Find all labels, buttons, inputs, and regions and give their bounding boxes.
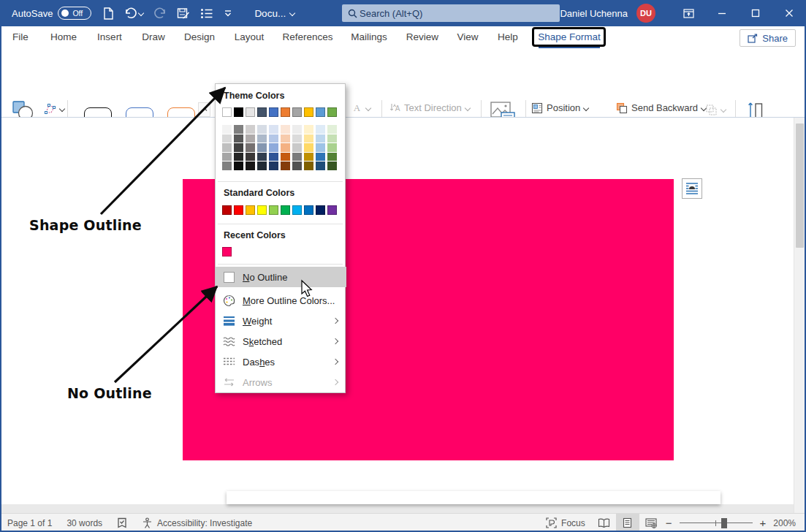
layout-options-button[interactable]: [682, 178, 702, 199]
color-swatch[interactable]: [292, 134, 302, 143]
color-swatch[interactable]: [304, 205, 313, 215]
color-swatch[interactable]: [281, 153, 290, 162]
color-swatch[interactable]: [246, 205, 255, 215]
color-swatch[interactable]: [269, 205, 278, 215]
color-swatch[interactable]: [257, 162, 267, 170]
customize-qat-button[interactable]: [224, 9, 232, 18]
avatar[interactable]: DU: [636, 4, 655, 23]
color-swatch[interactable]: [246, 143, 255, 152]
color-swatch[interactable]: [281, 205, 290, 215]
color-swatch[interactable]: [281, 162, 290, 170]
color-swatch[interactable]: [234, 205, 243, 215]
color-swatch[interactable]: [234, 153, 243, 162]
color-swatch[interactable]: [222, 125, 232, 134]
color-swatch[interactable]: [304, 125, 313, 134]
minimize-button[interactable]: [705, 0, 739, 26]
color-swatch[interactable]: [234, 143, 243, 152]
color-swatch[interactable]: [292, 153, 302, 162]
zoom-out-button[interactable]: −: [663, 517, 675, 529]
color-swatch[interactable]: [257, 153, 267, 162]
color-swatch[interactable]: [246, 107, 255, 117]
tab-file[interactable]: File: [6, 26, 35, 48]
color-swatch[interactable]: [327, 107, 337, 117]
position-button[interactable]: Position: [529, 100, 590, 115]
bullet-list-button[interactable]: [200, 8, 213, 19]
proofing-status[interactable]: [110, 514, 134, 532]
color-swatch[interactable]: [316, 125, 325, 134]
color-swatch[interactable]: [257, 125, 267, 134]
zoom-level[interactable]: 200%: [769, 514, 800, 532]
tab-layout[interactable]: Layout: [228, 26, 270, 48]
color-swatch[interactable]: [234, 162, 243, 170]
color-swatch[interactable]: [292, 143, 302, 152]
zoom-slider-thumb[interactable]: [721, 518, 727, 528]
tab-help[interactable]: Help: [490, 26, 526, 48]
color-swatch[interactable]: [316, 162, 325, 170]
color-swatch[interactable]: [246, 153, 255, 162]
share-button[interactable]: Share: [740, 29, 796, 47]
color-swatch[interactable]: [281, 107, 290, 117]
color-swatch[interactable]: [316, 107, 325, 117]
color-swatch[interactable]: [269, 143, 278, 152]
color-swatch[interactable]: [327, 125, 337, 134]
color-swatch[interactable]: [292, 162, 302, 170]
tab-insert[interactable]: Insert: [91, 26, 129, 48]
color-swatch[interactable]: [234, 134, 243, 143]
accessibility-status[interactable]: Accessibility: Investigate: [134, 514, 259, 532]
tab-review[interactable]: Review: [403, 26, 441, 48]
zoom-slider[interactable]: [680, 514, 753, 532]
tab-shape-format[interactable]: Shape Format: [535, 26, 604, 48]
tab-mailings[interactable]: Mailings: [342, 26, 396, 48]
menu-item-weight[interactable]: Weight: [216, 311, 346, 331]
color-swatch[interactable]: [292, 125, 302, 134]
color-swatch[interactable]: [269, 153, 278, 162]
color-swatch[interactable]: [327, 205, 337, 215]
edit-shape-button[interactable]: [42, 101, 66, 116]
color-swatch[interactable]: [304, 162, 313, 170]
close-button[interactable]: [772, 0, 806, 26]
color-swatch[interactable]: [304, 107, 313, 117]
gallery-scroll-up-button[interactable]: [198, 102, 210, 117]
word-count[interactable]: 30 words: [59, 514, 110, 532]
color-swatch[interactable]: [222, 247, 232, 256]
color-swatch[interactable]: [269, 107, 278, 117]
color-swatch[interactable]: [316, 134, 325, 143]
tab-view[interactable]: View: [450, 26, 485, 48]
zoom-in-button[interactable]: +: [757, 517, 769, 529]
color-swatch[interactable]: [281, 134, 290, 143]
ribbon-display-options-button[interactable]: [672, 0, 705, 26]
color-swatch[interactable]: [269, 125, 278, 134]
page-indicator[interactable]: Page 1 of 1: [0, 514, 59, 532]
color-swatch[interactable]: [327, 143, 337, 152]
color-swatch[interactable]: [304, 134, 313, 143]
web-layout-button[interactable]: [639, 514, 663, 532]
color-swatch[interactable]: [304, 143, 313, 152]
search-input[interactable]: Search (Alt+Q): [342, 4, 560, 22]
color-swatch[interactable]: [281, 143, 290, 152]
tab-design[interactable]: Design: [180, 26, 219, 48]
color-swatch[interactable]: [316, 153, 325, 162]
menu-item-more-outline-colors[interactable]: More Outline Colors...: [216, 290, 346, 311]
color-swatch[interactable]: [222, 107, 232, 117]
vertical-scrollbar[interactable]: [794, 118, 805, 513]
focus-button[interactable]: Focus: [539, 514, 593, 532]
color-swatch[interactable]: [222, 153, 232, 162]
undo-dropdown-icon[interactable]: [139, 10, 143, 14]
color-swatch[interactable]: [327, 134, 337, 143]
color-swatch[interactable]: [246, 134, 255, 143]
new-document-button[interactable]: [103, 7, 114, 20]
color-swatch[interactable]: [316, 143, 325, 152]
document-title[interactable]: Docu...: [254, 8, 294, 19]
undo-button[interactable]: [124, 7, 143, 19]
send-backward-button[interactable]: Send Backward: [614, 100, 708, 115]
color-swatch[interactable]: [327, 153, 337, 162]
color-swatch[interactable]: [222, 205, 232, 215]
color-swatch[interactable]: [246, 162, 255, 170]
color-swatch[interactable]: [304, 153, 313, 162]
menu-item-no-outline[interactable]: No Outline: [216, 267, 346, 287]
color-swatch[interactable]: [234, 125, 243, 134]
color-swatch[interactable]: [222, 134, 232, 143]
scrollbar-thumb[interactable]: [796, 123, 804, 248]
autosave-toggle[interactable]: Off: [58, 7, 91, 20]
tab-references[interactable]: References: [279, 26, 336, 48]
